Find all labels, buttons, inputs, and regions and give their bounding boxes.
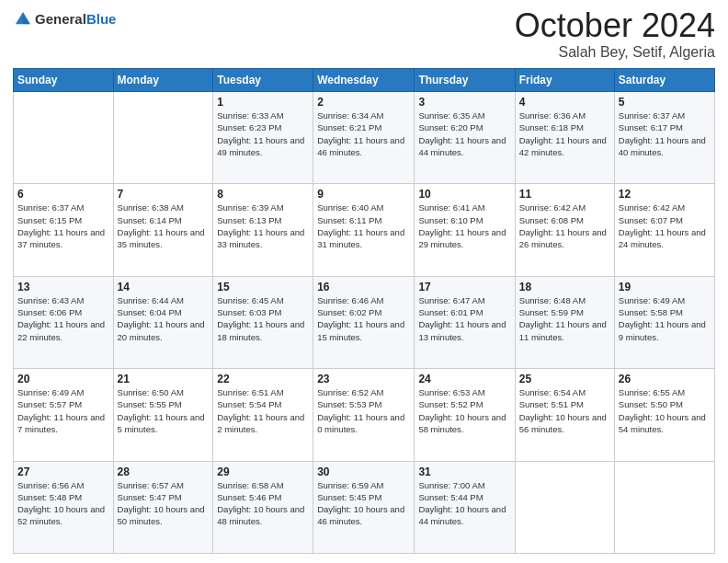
day-number: 1 xyxy=(217,96,309,109)
day-cell: 28Sunrise: 6:57 AMSunset: 5:47 PMDayligh… xyxy=(113,461,213,553)
day-cell: 4Sunrise: 6:36 AMSunset: 6:18 PMDaylight… xyxy=(515,92,614,184)
week-row-5: 27Sunrise: 6:56 AMSunset: 5:48 PMDayligh… xyxy=(14,461,715,553)
week-row-3: 13Sunrise: 6:43 AMSunset: 6:06 PMDayligh… xyxy=(14,276,715,368)
day-number: 5 xyxy=(619,96,711,109)
header-day-tuesday: Tuesday xyxy=(213,69,313,92)
header-day-sunday: Sunday xyxy=(14,69,114,92)
day-number: 15 xyxy=(217,281,309,293)
day-number: 12 xyxy=(619,188,711,201)
day-cell: 2Sunrise: 6:34 AMSunset: 6:21 PMDaylight… xyxy=(313,92,415,184)
day-cell: 6Sunrise: 6:37 AMSunset: 6:15 PMDaylight… xyxy=(14,184,114,276)
day-number: 29 xyxy=(217,465,309,478)
title-section: October 2024 Salah Bey, Setif, Algeria xyxy=(515,9,715,61)
day-info: Sunrise: 6:37 AMSunset: 6:15 PMDaylight:… xyxy=(17,201,109,250)
header-day-thursday: Thursday xyxy=(415,69,515,92)
day-number: 20 xyxy=(17,373,109,385)
day-info: Sunrise: 6:53 AMSunset: 5:52 PMDaylight:… xyxy=(418,386,510,435)
day-number: 24 xyxy=(418,373,510,385)
day-cell: 26Sunrise: 6:55 AMSunset: 5:50 PMDayligh… xyxy=(614,369,714,461)
day-cell: 1Sunrise: 6:33 AMSunset: 6:23 PMDaylight… xyxy=(213,92,313,184)
day-cell: 14Sunrise: 6:44 AMSunset: 6:04 PMDayligh… xyxy=(113,276,213,368)
day-number: 9 xyxy=(317,188,410,201)
day-info: Sunrise: 6:47 AMSunset: 6:01 PMDaylight:… xyxy=(418,294,510,343)
month-title: October 2024 xyxy=(515,9,715,42)
calendar-body: 1Sunrise: 6:33 AMSunset: 6:23 PMDaylight… xyxy=(14,92,715,554)
header: GeneralBlue October 2024 Salah Bey, Seti… xyxy=(13,9,715,61)
day-cell: 25Sunrise: 6:54 AMSunset: 5:51 PMDayligh… xyxy=(515,369,614,461)
day-number: 7 xyxy=(118,188,210,201)
day-number: 10 xyxy=(418,188,510,201)
day-cell: 12Sunrise: 6:42 AMSunset: 6:07 PMDayligh… xyxy=(614,184,714,276)
location: Salah Bey, Setif, Algeria xyxy=(515,44,715,61)
day-info: Sunrise: 6:40 AMSunset: 6:11 PMDaylight:… xyxy=(317,201,410,250)
day-info: Sunrise: 6:52 AMSunset: 5:53 PMDaylight:… xyxy=(317,386,410,435)
calendar-container: GeneralBlue October 2024 Salah Bey, Seti… xyxy=(0,0,728,563)
day-info: Sunrise: 6:54 AMSunset: 5:51 PMDaylight:… xyxy=(519,386,610,435)
day-cell: 8Sunrise: 6:39 AMSunset: 6:13 PMDaylight… xyxy=(213,184,313,276)
day-info: Sunrise: 6:59 AMSunset: 5:45 PMDaylight:… xyxy=(317,479,410,528)
day-cell: 18Sunrise: 6:48 AMSunset: 5:59 PMDayligh… xyxy=(515,276,614,368)
day-number: 18 xyxy=(519,281,610,293)
day-number: 26 xyxy=(619,373,711,385)
day-number: 13 xyxy=(17,281,109,293)
day-info: Sunrise: 6:56 AMSunset: 5:48 PMDaylight:… xyxy=(17,479,109,528)
logo-general: General xyxy=(35,11,86,27)
day-cell: 29Sunrise: 6:58 AMSunset: 5:46 PMDayligh… xyxy=(213,461,313,553)
day-cell xyxy=(515,461,614,553)
day-number: 2 xyxy=(317,96,410,109)
day-cell: 7Sunrise: 6:38 AMSunset: 6:14 PMDaylight… xyxy=(113,184,213,276)
day-info: Sunrise: 6:51 AMSunset: 5:54 PMDaylight:… xyxy=(217,386,309,435)
day-number: 30 xyxy=(317,465,410,478)
day-info: Sunrise: 6:39 AMSunset: 6:13 PMDaylight:… xyxy=(217,201,309,250)
day-info: Sunrise: 6:38 AMSunset: 6:14 PMDaylight:… xyxy=(118,201,210,250)
day-info: Sunrise: 6:42 AMSunset: 6:07 PMDaylight:… xyxy=(619,201,711,250)
week-row-4: 20Sunrise: 6:49 AMSunset: 5:57 PMDayligh… xyxy=(14,369,715,461)
day-cell: 31Sunrise: 7:00 AMSunset: 5:44 PMDayligh… xyxy=(415,461,515,553)
day-number: 21 xyxy=(118,373,210,385)
day-number: 23 xyxy=(317,373,410,385)
day-number: 14 xyxy=(118,281,210,293)
day-cell: 22Sunrise: 6:51 AMSunset: 5:54 PMDayligh… xyxy=(213,369,313,461)
day-number: 31 xyxy=(418,465,510,478)
day-number: 17 xyxy=(418,281,510,293)
day-info: Sunrise: 6:34 AMSunset: 6:21 PMDaylight:… xyxy=(317,109,410,158)
day-cell: 16Sunrise: 6:46 AMSunset: 6:02 PMDayligh… xyxy=(313,276,415,368)
day-info: Sunrise: 6:44 AMSunset: 6:04 PMDaylight:… xyxy=(118,294,210,343)
day-number: 28 xyxy=(118,465,210,478)
day-info: Sunrise: 6:43 AMSunset: 6:06 PMDaylight:… xyxy=(17,294,109,343)
day-info: Sunrise: 6:42 AMSunset: 6:08 PMDaylight:… xyxy=(519,201,610,250)
day-info: Sunrise: 6:35 AMSunset: 6:20 PMDaylight:… xyxy=(418,109,510,158)
header-day-monday: Monday xyxy=(113,69,213,92)
day-cell: 9Sunrise: 6:40 AMSunset: 6:11 PMDaylight… xyxy=(313,184,415,276)
day-info: Sunrise: 6:36 AMSunset: 6:18 PMDaylight:… xyxy=(519,109,610,158)
day-number: 6 xyxy=(17,188,109,201)
logo-blue: Blue xyxy=(86,11,117,27)
day-cell xyxy=(614,461,714,553)
day-cell: 3Sunrise: 6:35 AMSunset: 6:20 PMDaylight… xyxy=(415,92,515,184)
day-cell xyxy=(113,92,213,184)
logo: GeneralBlue xyxy=(13,9,116,29)
day-number: 3 xyxy=(418,96,510,109)
day-info: Sunrise: 6:49 AMSunset: 5:57 PMDaylight:… xyxy=(17,386,109,435)
calendar-header-row: SundayMondayTuesdayWednesdayThursdayFrid… xyxy=(14,69,715,92)
day-number: 4 xyxy=(519,96,610,109)
day-info: Sunrise: 6:55 AMSunset: 5:50 PMDaylight:… xyxy=(619,386,711,435)
header-day-friday: Friday xyxy=(515,69,614,92)
day-info: Sunrise: 6:33 AMSunset: 6:23 PMDaylight:… xyxy=(217,109,309,158)
day-info: Sunrise: 6:57 AMSunset: 5:47 PMDaylight:… xyxy=(118,479,210,528)
day-number: 11 xyxy=(519,188,610,201)
header-day-saturday: Saturday xyxy=(614,69,714,92)
day-cell: 5Sunrise: 6:37 AMSunset: 6:17 PMDaylight… xyxy=(614,92,714,184)
day-cell: 24Sunrise: 6:53 AMSunset: 5:52 PMDayligh… xyxy=(415,369,515,461)
day-cell: 19Sunrise: 6:49 AMSunset: 5:58 PMDayligh… xyxy=(614,276,714,368)
day-cell: 15Sunrise: 6:45 AMSunset: 6:03 PMDayligh… xyxy=(213,276,313,368)
day-cell: 21Sunrise: 6:50 AMSunset: 5:55 PMDayligh… xyxy=(113,369,213,461)
day-cell: 23Sunrise: 6:52 AMSunset: 5:53 PMDayligh… xyxy=(313,369,415,461)
calendar-table: SundayMondayTuesdayWednesdayThursdayFrid… xyxy=(13,68,715,554)
week-row-2: 6Sunrise: 6:37 AMSunset: 6:15 PMDaylight… xyxy=(14,184,715,276)
day-info: Sunrise: 6:50 AMSunset: 5:55 PMDaylight:… xyxy=(118,386,210,435)
day-info: Sunrise: 6:49 AMSunset: 5:58 PMDaylight:… xyxy=(619,294,711,343)
day-info: Sunrise: 6:58 AMSunset: 5:46 PMDaylight:… xyxy=(217,479,309,528)
day-cell: 27Sunrise: 6:56 AMSunset: 5:48 PMDayligh… xyxy=(14,461,114,553)
day-cell: 17Sunrise: 6:47 AMSunset: 6:01 PMDayligh… xyxy=(415,276,515,368)
